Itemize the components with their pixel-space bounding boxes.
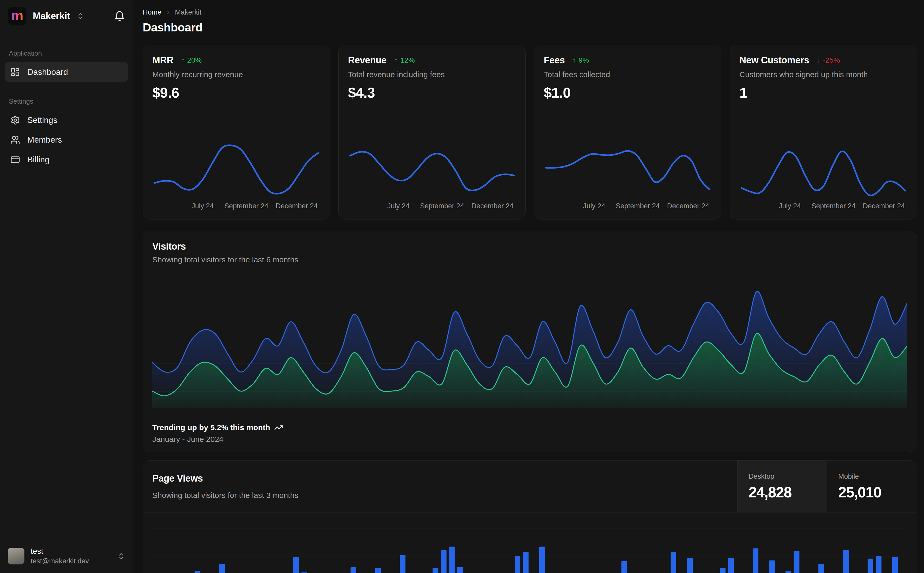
visitors-subtitle: Showing total visitors for the last 6 mo… [152, 255, 907, 264]
stat-title: New Customers [739, 55, 809, 66]
sidebar-nav: ApplicationDashboardSettingsSettingsMemb… [0, 49, 133, 185]
breadcrumb: Home Makerkit [143, 8, 917, 16]
stat-title: Fees [544, 55, 565, 66]
x-tick-label: July 24 [191, 202, 214, 210]
makerkit-logo: m [8, 7, 27, 25]
mobile-value: 25,010 [838, 484, 906, 501]
stat-value: $1.0 [544, 85, 712, 101]
x-tick-label: July 24 [779, 202, 801, 210]
workspace-selector[interactable]: m Makerkit [0, 0, 133, 32]
stat-subtitle: Monthly recurring revenue [152, 70, 320, 79]
stat-delta-value: 20% [187, 56, 202, 64]
trending-up-icon [274, 423, 283, 432]
breadcrumb-home[interactable]: Home [143, 8, 162, 16]
sidebar-item-dashboard[interactable]: Dashboard [5, 62, 128, 82]
visitors-title: Visitors [152, 241, 907, 252]
sidebar-item-settings[interactable]: Settings [5, 110, 128, 130]
chevron-right-icon [165, 9, 171, 16]
x-tick-label: September 24 [811, 202, 856, 210]
workspace-name: Makerkit [33, 11, 70, 22]
breadcrumb-current: Makerkit [175, 8, 201, 16]
trend-arrow-icon: ↑ [394, 56, 398, 64]
stat-delta-value: -25% [823, 56, 840, 64]
stat-delta-badge: ↓ -25% [817, 56, 840, 64]
mobile-label: Mobile [838, 473, 906, 481]
chevrons-up-down-icon [117, 552, 125, 560]
stat-card: Fees ↑ 9% Total fees collected $1.0 July… [534, 45, 721, 219]
stat-delta-badge: ↑ 20% [181, 56, 202, 64]
billing-icon [10, 155, 20, 164]
bell-icon [114, 11, 125, 22]
visitors-period: January - June 2024 [152, 435, 907, 444]
visitors-card: Visitors Showing total visitors for the … [143, 231, 917, 452]
main-content: Home Makerkit Dashboard MRR ↑ 20% Monthl… [133, 0, 924, 573]
mobile-toggle[interactable]: Mobile 25,010 [827, 460, 917, 512]
sparkline-x-axis: July 24September 24December 24 [544, 202, 712, 213]
visitors-area-chart [152, 277, 907, 409]
stat-value: $9.6 [152, 85, 320, 101]
stat-delta-value: 12% [400, 56, 415, 64]
sparkline-chart: July 24September 24December 24 [739, 135, 907, 213]
nav-section-label: Application [5, 49, 128, 57]
stat-delta-badge: ↑ 12% [394, 56, 415, 64]
stat-card: Revenue ↑ 12% Total revenue including fe… [339, 45, 526, 219]
page-views-subtitle: Showing total visitors for the last 3 mo… [152, 491, 728, 500]
x-tick-label: September 24 [616, 202, 660, 210]
sidebar-item-members[interactable]: Members [5, 130, 128, 150]
x-tick-label: July 24 [583, 202, 606, 210]
stat-title: Revenue [348, 55, 386, 66]
dashboard-icon [10, 67, 20, 77]
x-tick-label: December 24 [276, 202, 318, 210]
page-views-bar-chart [152, 512, 907, 573]
notifications-button[interactable] [114, 11, 125, 22]
page-views-header: Page Views Showing total visitors for th… [143, 460, 917, 512]
visitors-trend: Trending up by 5.2% this month [152, 423, 907, 432]
sidebar-item-label: Billing [27, 155, 49, 164]
x-tick-label: December 24 [667, 202, 709, 210]
stat-cards-row: MRR ↑ 20% Monthly recurring revenue $9.6… [143, 45, 917, 219]
sparkline-x-axis: July 24September 24December 24 [152, 202, 320, 213]
desktop-value: 24,828 [748, 484, 816, 501]
stat-subtitle: Customers who signed up this month [739, 70, 907, 79]
stat-delta-badge: ↑ 9% [573, 56, 589, 64]
sidebar-item-label: Dashboard [27, 67, 68, 77]
stat-card: MRR ↑ 20% Monthly recurring revenue $9.6… [143, 45, 330, 219]
stat-delta-value: 9% [579, 56, 589, 64]
page-title: Dashboard [143, 21, 917, 34]
user-menu[interactable]: test test@makerkit.dev [0, 540, 133, 573]
sparkline-x-axis: July 24September 24December 24 [348, 202, 516, 213]
user-email: test@makerkit.dev [31, 557, 89, 565]
stat-subtitle: Total fees collected [544, 70, 712, 79]
nav-section-label: Settings [5, 97, 128, 105]
stat-subtitle: Total revenue including fees [348, 70, 516, 79]
sparkline-chart: July 24September 24December 24 [152, 135, 320, 213]
sparkline-chart: July 24September 24December 24 [544, 135, 712, 213]
x-tick-label: December 24 [863, 202, 905, 210]
x-tick-label: September 24 [420, 202, 464, 210]
page-views-card: Page Views Showing total visitors for th… [143, 460, 917, 573]
settings-icon [10, 115, 20, 125]
trend-arrow-icon: ↑ [181, 56, 185, 64]
x-tick-label: December 24 [472, 202, 514, 210]
sidebar-item-label: Members [27, 135, 62, 145]
page-views-title: Page Views [152, 473, 728, 484]
stat-value: $4.3 [348, 85, 516, 101]
sidebar-item-billing[interactable]: Billing [5, 150, 128, 169]
trend-arrow-icon: ↑ [573, 56, 576, 64]
sparkline-chart: July 24September 24December 24 [348, 135, 516, 213]
stat-card: New Customers ↓ -25% Customers who signe… [730, 45, 917, 219]
trend-arrow-icon: ↓ [817, 56, 820, 64]
sparkline-x-axis: July 24September 24December 24 [739, 202, 907, 213]
sidebar: m Makerkit ApplicationDashboardSettingsS… [0, 0, 133, 573]
x-tick-label: July 24 [387, 202, 409, 210]
desktop-toggle[interactable]: Desktop 24,828 [737, 460, 827, 512]
stat-value: 1 [739, 85, 907, 101]
x-tick-label: September 24 [224, 202, 268, 210]
stat-title: MRR [152, 55, 173, 66]
members-icon [10, 135, 20, 145]
desktop-label: Desktop [748, 473, 816, 481]
user-avatar [8, 548, 24, 564]
visitors-trend-text: Trending up by 5.2% this month [152, 423, 270, 432]
sidebar-item-label: Settings [27, 115, 57, 125]
chevrons-up-down-icon [77, 12, 84, 20]
